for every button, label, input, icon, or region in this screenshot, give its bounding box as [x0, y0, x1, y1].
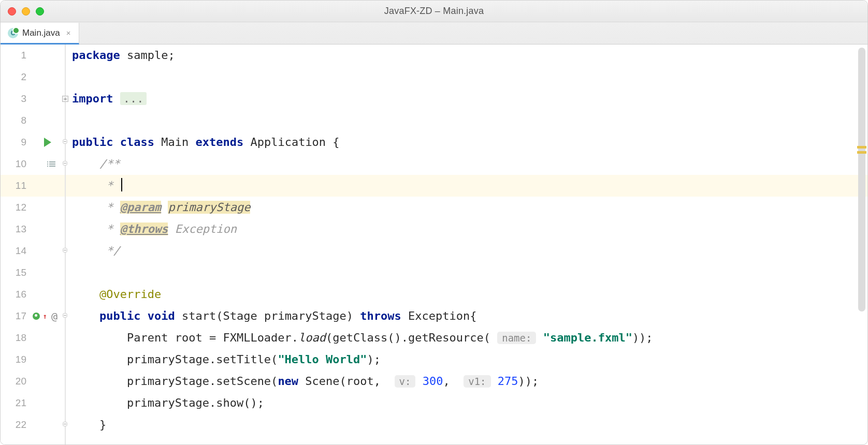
line-number: 12	[1, 197, 26, 218]
line-number: 9	[1, 131, 26, 153]
code-line	[66, 66, 867, 88]
gutter[interactable]: 1 2 3+ 8 9 10 11 12 13 14 15 16 17↑@ 18 …	[1, 44, 66, 444]
code-line: *	[66, 175, 867, 197]
line-number: 17	[1, 305, 26, 327]
tab-bar: C Main.java ×	[1, 22, 867, 44]
tab-label: Main.java	[22, 28, 60, 38]
line-number: 14	[1, 240, 26, 262]
indent-guides-icon	[49, 161, 55, 167]
line-number: 13	[1, 218, 26, 240]
line-number: 8	[1, 110, 26, 131]
line-number: 11	[1, 175, 26, 197]
line-number: 15	[1, 262, 26, 284]
tab-main-java[interactable]: C Main.java ×	[1, 23, 79, 44]
code-line: /**	[66, 153, 867, 175]
code-line: public class Main extends Application {	[66, 131, 867, 153]
line-number: 22	[1, 414, 26, 436]
error-stripe-marker[interactable]	[857, 151, 866, 154]
param-hint: v:	[395, 375, 416, 388]
close-tab-icon[interactable]: ×	[66, 28, 71, 37]
code-line: * @param primaryStage	[66, 197, 867, 218]
code-line: public void start(Stage primaryStage) th…	[66, 305, 867, 327]
scrollbar[interactable]	[857, 44, 866, 444]
code-area[interactable]: package sample; import ... public class …	[66, 44, 867, 444]
up-arrow-icon: ↑	[43, 305, 47, 327]
line-number: 21	[1, 392, 26, 414]
code-line: Parent root = FXMLLoader.load(getClass()…	[66, 327, 867, 349]
override-icon[interactable]	[33, 313, 40, 320]
code-line: primaryStage.setScene(new Scene(root, v:…	[66, 370, 867, 392]
java-class-icon: C	[8, 28, 18, 38]
line-number: 2	[1, 66, 26, 88]
titlebar: JavaFX-ZD – Main.java	[1, 1, 867, 22]
code-line: primaryStage.setTitle("Hello World");	[66, 349, 867, 370]
folded-region[interactable]: ...	[120, 92, 147, 105]
editor: 1 2 3+ 8 9 10 11 12 13 14 15 16 17↑@ 18 …	[1, 44, 867, 444]
code-line: package sample;	[66, 44, 867, 66]
run-icon[interactable]	[44, 138, 51, 147]
line-number: 19	[1, 349, 26, 370]
code-line: }	[66, 414, 867, 436]
line-number: 1	[1, 44, 26, 66]
code-line: */	[66, 240, 867, 262]
line-number: 16	[1, 284, 26, 305]
code-line: import ...	[66, 88, 867, 110]
code-line: * @throws Exception	[66, 218, 867, 240]
code-line: primaryStage.show();	[66, 392, 867, 414]
code-line	[66, 262, 867, 284]
text-caret	[121, 178, 122, 191]
line-number: 20	[1, 370, 26, 392]
line-number: 10	[1, 153, 26, 175]
param-hint: v1:	[464, 375, 490, 388]
at-icon: @	[51, 305, 57, 327]
line-number: 3	[1, 88, 26, 110]
error-stripe-marker[interactable]	[857, 146, 866, 149]
scrollbar-thumb[interactable]	[858, 48, 865, 312]
param-hint: name:	[497, 332, 536, 344]
line-number: 18	[1, 327, 26, 349]
window-title: JavaFX-ZD – Main.java	[1, 6, 867, 17]
code-line	[66, 110, 867, 131]
code-line: @Override	[66, 284, 867, 305]
